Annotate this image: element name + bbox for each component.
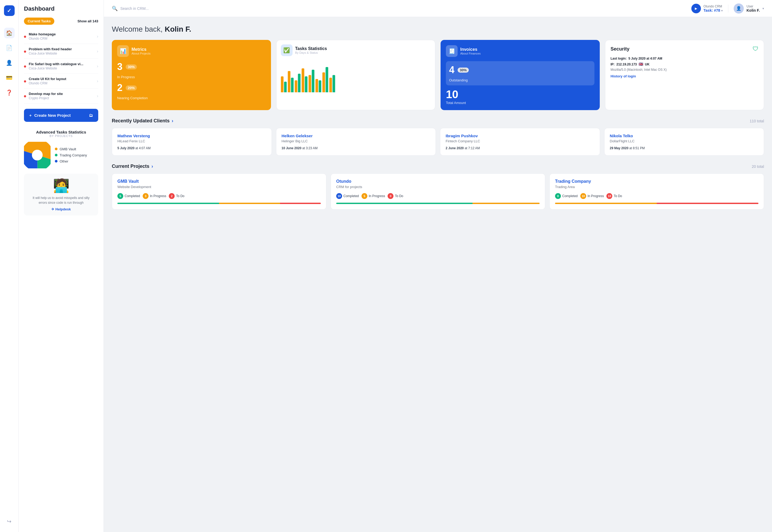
bar-green: [291, 78, 294, 92]
bar-group: [302, 68, 308, 92]
client-card[interactable]: Ibragim Pushkov Fintech Company LLC 2 Ju…: [440, 128, 600, 156]
task-item[interactable]: Fix Safari bug with catalogue vi... Coca…: [24, 59, 98, 74]
play-button[interactable]: ▶: [691, 4, 701, 13]
bar-green: [305, 76, 308, 92]
inprogress-badge: 3 In Progress: [143, 193, 166, 199]
left-sidebar: Dashboard Current Tasks Show all 143 Mak…: [19, 0, 104, 532]
bar-group: [316, 79, 321, 92]
total-num: 10: [446, 88, 595, 101]
in-progress-pct: 30%: [126, 64, 137, 69]
task-name: Problem with fixed header: [29, 47, 97, 51]
bar-yellow: [329, 78, 332, 92]
task-item[interactable]: Problem with fixed header Coca-Juice Web…: [24, 44, 98, 59]
task-name: Develop map for site: [29, 92, 97, 96]
nav-icon-logout[interactable]: ↪: [4, 516, 15, 527]
client-date: 2 June 2020 at 7:12 AM: [446, 146, 595, 150]
legend-dot-trading: [55, 154, 57, 156]
user-dropdown-arrow[interactable]: ▾: [762, 7, 764, 10]
pb-orange: [555, 203, 657, 204]
clients-chevron[interactable]: ›: [172, 118, 173, 124]
current-tasks-badge[interactable]: Current Tasks: [24, 18, 54, 25]
legend-item-trading: Trading Company: [55, 153, 87, 157]
projects-chevron[interactable]: ›: [151, 164, 153, 169]
clients-total: 110 total: [750, 119, 764, 123]
task-item[interactable]: Create UI Kit for layout Otundo CRM ›: [24, 74, 98, 89]
client-card[interactable]: Mathew Versteng HiLead Fenix LLC 5 July …: [112, 128, 272, 156]
search-input[interactable]: [120, 6, 200, 11]
pb-green: [117, 203, 219, 204]
inprogress-badge: 10 In Progress: [580, 193, 604, 199]
client-company: Helinger Big LLC: [282, 139, 430, 143]
bar-group: [281, 76, 287, 92]
create-btn-label: Create New Project: [34, 113, 71, 118]
user-info[interactable]: 👤 User Kolin F. ▾: [734, 3, 764, 14]
invoices-card[interactable]: 🧾 Invoices About Finances 4 30% Outstand…: [441, 40, 600, 110]
in-progress-label: In Progress: [117, 75, 266, 79]
icon-sidebar: ✓ 🏠 📄 👤 💳 ❓ ↪: [0, 0, 19, 532]
chart-bars: [281, 60, 431, 92]
project-name-otundo: Otundo: [336, 179, 539, 184]
todo-circle: 0: [388, 193, 393, 199]
task-item[interactable]: Develop map for site Crypto Project ›: [24, 89, 98, 103]
pb-red: [280, 203, 321, 204]
welcome-text: Welcome back,: [112, 25, 163, 33]
invoices-title: Invoices: [460, 47, 480, 52]
metrics-card[interactable]: 📊 Metrics About Projects 3 30% In Progre…: [112, 40, 271, 110]
legend-label-gmb: GMB Vault: [60, 147, 76, 151]
plus-icon: +: [29, 113, 32, 118]
legend: GMB Vault Trading Company Other: [55, 147, 87, 163]
project-stats-gmb: 5 Completed 3 In Progress 2 To Do: [117, 193, 321, 199]
bar-group: [329, 75, 335, 92]
show-all[interactable]: Show all 143: [77, 19, 98, 23]
legend-dot-gmb: [55, 148, 57, 150]
project-card-trading[interactable]: Trading Company Trading Area 0 Completed…: [549, 173, 764, 210]
project-card-gmb[interactable]: GMB Vault Website Development 5 Complete…: [112, 173, 326, 210]
app-logo[interactable]: ✓: [4, 5, 15, 16]
search-box: 🔍: [112, 6, 691, 11]
security-card[interactable]: Security 🛡 Last login: 5 July 2020 at 4:…: [605, 40, 764, 110]
legend-dot-other: [55, 160, 57, 163]
todo-badge: 2 To Do: [169, 193, 184, 199]
project-name-gmb: GMB Vault: [117, 179, 321, 184]
todo-circle: 10: [607, 193, 612, 199]
ip-value: 212.19.20.173: [617, 63, 637, 66]
inprogress-circle: 5: [362, 193, 367, 199]
bar-yellow: [302, 68, 304, 92]
client-card[interactable]: Nikola Telko DollarFlight LLC 29 May 202…: [604, 128, 764, 156]
tasks-statistics-card[interactable]: ✅ Tasks Statistics By Days & Status: [276, 40, 435, 110]
task-dot: [24, 65, 26, 68]
project-card-otundo[interactable]: Otundo CRM for projects 10 Completed 5 I…: [331, 173, 545, 210]
task-project: Crypto Project: [29, 96, 97, 100]
main-content: 🔍 ▶ Otundo CRM Task: #78 ▾ 👤 User: [104, 0, 772, 532]
send-icon: ✈: [51, 207, 54, 211]
completed-badge: 10 Completed: [336, 193, 359, 199]
nav-icon-users[interactable]: 👤: [4, 57, 15, 68]
clients-section-header: Recently Updated Clients › 110 total: [112, 118, 764, 124]
client-card[interactable]: Helken Gelekser Helinger Big LLC 10 June…: [276, 128, 436, 156]
client-name: Nikola Telko: [610, 134, 759, 138]
nav-icon-docs[interactable]: 📄: [4, 43, 15, 53]
svg-point-3: [32, 150, 43, 160]
client-date: 10 June 2020 at 3:23 AM: [282, 146, 430, 150]
client-company: HiLead Fenix LLC: [117, 139, 266, 143]
helpdesk-link[interactable]: ✈ Helpdesk: [28, 207, 94, 211]
todo-badge: 10 To Do: [607, 193, 622, 199]
task-dropdown-arrow[interactable]: ▾: [721, 9, 723, 13]
client-date: 29 May 2020 at 8:51 PM: [610, 146, 759, 150]
divider: [728, 5, 728, 13]
nav-icon-help[interactable]: ❓: [4, 87, 15, 98]
sidebar-title: Dashboard: [24, 5, 98, 12]
history-of-login-link[interactable]: History of login: [611, 74, 759, 78]
task-item[interactable]: Make homepage Otundo CRM ›: [24, 29, 98, 44]
nav-icon-home[interactable]: 🏠: [4, 28, 15, 38]
bar-group: [295, 74, 301, 92]
completed-circle: 0: [555, 193, 561, 199]
project-stats-trading: 0 Completed 10 In Progress 10 To Do: [555, 193, 758, 199]
create-project-button[interactable]: + Create New Project 🗂: [24, 109, 98, 122]
in-progress-num: 3: [117, 61, 122, 72]
country-label: UK: [645, 63, 650, 66]
pb-orange: [472, 203, 539, 204]
nav-icon-wallet[interactable]: 💳: [4, 72, 15, 83]
topbar: 🔍 ▶ Otundo CRM Task: #78 ▾ 👤 User: [104, 0, 772, 17]
todo-badge: 0 To Do: [388, 193, 403, 199]
